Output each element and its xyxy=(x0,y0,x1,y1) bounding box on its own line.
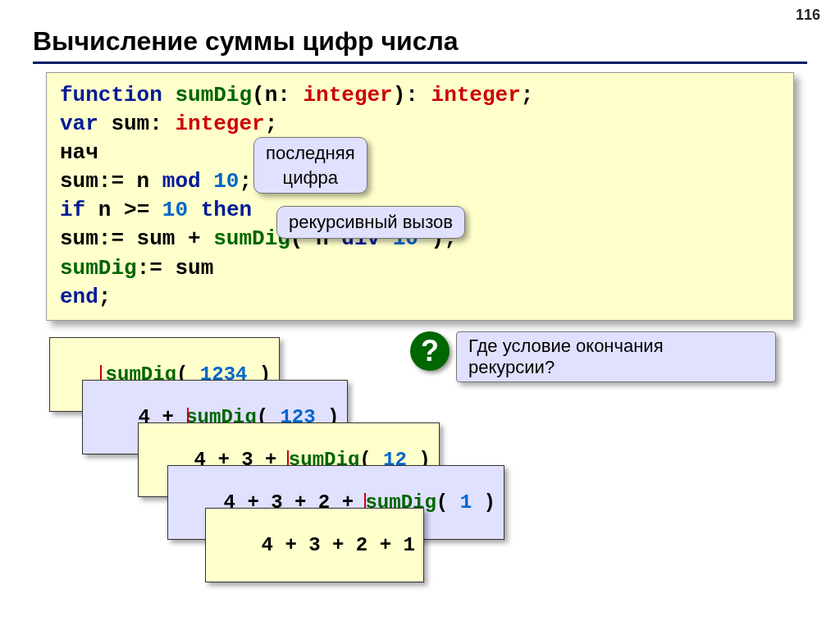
code-line-1: function sumDig(n: integer): integer; xyxy=(60,81,780,110)
code-line-8: end; xyxy=(60,283,780,312)
slide-title: Вычисление суммы цифр числа xyxy=(0,0,840,60)
code-line-2: var sum: integer; xyxy=(60,110,780,139)
code-line-4: sum:= n mod 10; xyxy=(60,167,780,196)
callout-recursive-call: рекурсивный вызов xyxy=(276,206,465,239)
code-line-7: sumDig:= sum xyxy=(60,254,780,283)
trace-row-5: 4 + 3 + 2 + 1 xyxy=(205,508,424,582)
callout-last-digit: последняя цифра xyxy=(253,137,368,194)
code-panel: function sumDig(n: integer): integer; va… xyxy=(46,72,794,321)
trace-container: sumDig( 1234 ) 4 + sumDig( 123 ) 4 + 3 +… xyxy=(0,337,840,600)
kw-var: var xyxy=(60,112,98,136)
code-line-3: нач xyxy=(60,139,780,167)
title-underline xyxy=(33,62,807,64)
kw-function: function xyxy=(60,83,162,107)
page-number: 116 xyxy=(796,7,820,24)
func-name: sumDig xyxy=(175,83,252,107)
